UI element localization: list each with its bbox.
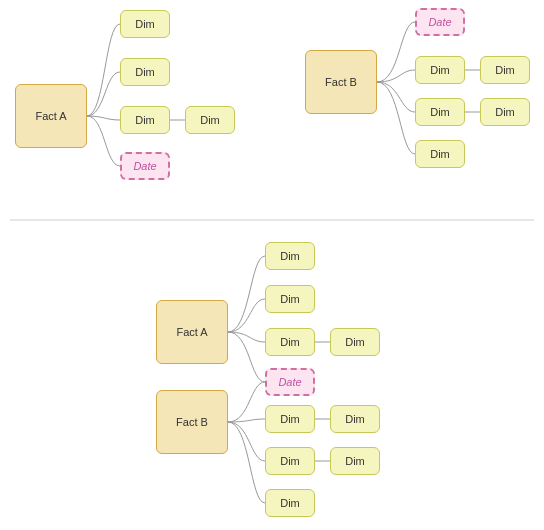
bottom-dim-b-1[interactable]: Dim: [265, 405, 315, 433]
canvas: Fact A Dim Dim Dim Dim Date Fact B Date …: [0, 0, 544, 530]
top-left-dim-4[interactable]: Dim: [185, 106, 235, 134]
bottom-dim-b-4[interactable]: Dim: [330, 447, 380, 475]
top-left-date[interactable]: Date: [120, 152, 170, 180]
top-right-dim-5[interactable]: Dim: [415, 140, 465, 168]
top-left-dim-1[interactable]: Dim: [120, 10, 170, 38]
top-right-fact-b[interactable]: Fact B: [305, 50, 377, 114]
top-right-dim-4[interactable]: Dim: [480, 98, 530, 126]
bottom-dim-b-3[interactable]: Dim: [265, 447, 315, 475]
top-left-dim-2[interactable]: Dim: [120, 58, 170, 86]
bottom-dim-b-2[interactable]: Dim: [330, 405, 380, 433]
top-left-dim-3[interactable]: Dim: [120, 106, 170, 134]
top-right-dim-3[interactable]: Dim: [415, 98, 465, 126]
bottom-fact-a[interactable]: Fact A: [156, 300, 228, 364]
top-right-dim-1[interactable]: Dim: [415, 56, 465, 84]
bottom-dim-a-3[interactable]: Dim: [265, 328, 315, 356]
top-right-date[interactable]: Date: [415, 8, 465, 36]
top-left-fact-a[interactable]: Fact A: [15, 84, 87, 148]
bottom-fact-b[interactable]: Fact B: [156, 390, 228, 454]
bottom-dim-b-5[interactable]: Dim: [265, 489, 315, 517]
bottom-dim-a-2[interactable]: Dim: [265, 285, 315, 313]
top-right-dim-2[interactable]: Dim: [480, 56, 530, 84]
bottom-dim-a-4[interactable]: Dim: [330, 328, 380, 356]
bottom-dim-a-1[interactable]: Dim: [265, 242, 315, 270]
bottom-date[interactable]: Date: [265, 368, 315, 396]
